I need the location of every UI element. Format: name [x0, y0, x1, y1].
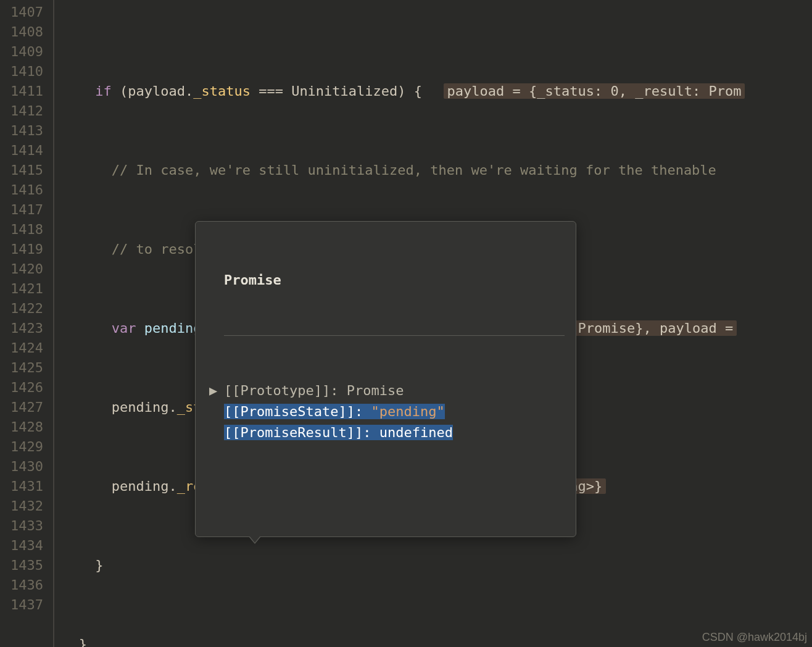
line-number: 1427 — [0, 398, 43, 417]
inline-value-hint: payload = {_status: 0, _result: Prom — [444, 83, 745, 99]
watermark-label: CSDN @hawk2014bj — [702, 627, 807, 647]
line-number: 1408 — [0, 22, 43, 42]
line-number: 1409 — [0, 42, 43, 62]
line-number: 1414 — [0, 141, 43, 161]
tooltip-pointer-icon — [249, 536, 261, 544]
comment: // In case, we're still uninitialized, t… — [112, 162, 716, 178]
tooltip-property-row[interactable]: [[PromiseResult]]: undefined — [207, 422, 565, 443]
line-number: 1421 — [0, 279, 43, 299]
line-number: 1437 — [0, 595, 43, 615]
line-number: 1429 — [0, 437, 43, 457]
line-number: 1413 — [0, 121, 43, 141]
tooltip-key: [[PromiseState]]: — [224, 404, 371, 419]
line-number: 1434 — [0, 536, 43, 556]
tooltip-property-row[interactable]: ▶[[Prototype]]: Promise — [207, 380, 565, 401]
line-number: 1418 — [0, 220, 43, 240]
line-number: 1430 — [0, 457, 43, 477]
line-number: 1428 — [0, 417, 43, 437]
line-number: 1416 — [0, 180, 43, 200]
tooltip-title: Promise — [207, 270, 565, 291]
tooltip-value: undefined — [379, 425, 453, 440]
line-number: 1415 — [0, 161, 43, 180]
line-number: 1407 — [0, 2, 43, 22]
line-number: 1411 — [0, 81, 43, 101]
tooltip-key: [[Prototype]]: — [224, 383, 347, 398]
line-number: 1417 — [0, 200, 43, 220]
line-number: 1412 — [0, 101, 43, 121]
keyword-if: if — [95, 83, 112, 99]
line-gutter: 1407140814091410141114121413141414151416… — [0, 0, 54, 647]
tooltip-value: "pending" — [371, 404, 444, 419]
line-number: 1419 — [0, 240, 43, 259]
code-editor: 1407140814091410141114121413141414151416… — [0, 0, 812, 647]
line-number: 1425 — [0, 358, 43, 378]
line-number: 1431 — [0, 477, 43, 496]
tooltip-property-row[interactable]: [[PromiseState]]: "pending" — [207, 401, 565, 422]
code-area[interactable]: if (payload._status === Uninitialized) {… — [54, 0, 812, 647]
line-number: 1420 — [0, 259, 43, 279]
line-number: 1410 — [0, 62, 43, 81]
line-number: 1424 — [0, 338, 43, 358]
tooltip-key: [[PromiseResult]]: — [224, 425, 379, 440]
line-number: 1433 — [0, 516, 43, 536]
line-number: 1426 — [0, 378, 43, 398]
line-number: 1436 — [0, 575, 43, 595]
debug-hover-tooltip[interactable]: Promise ▶[[Prototype]]: Promise[[Promise… — [195, 221, 576, 537]
tooltip-divider — [224, 335, 565, 336]
line-number: 1422 — [0, 299, 43, 319]
expand-arrow-icon[interactable]: ▶ — [209, 380, 224, 401]
tooltip-value: Promise — [347, 383, 404, 398]
line-number: 1435 — [0, 556, 43, 575]
line-number: 1432 — [0, 496, 43, 516]
line-number: 1423 — [0, 319, 43, 338]
